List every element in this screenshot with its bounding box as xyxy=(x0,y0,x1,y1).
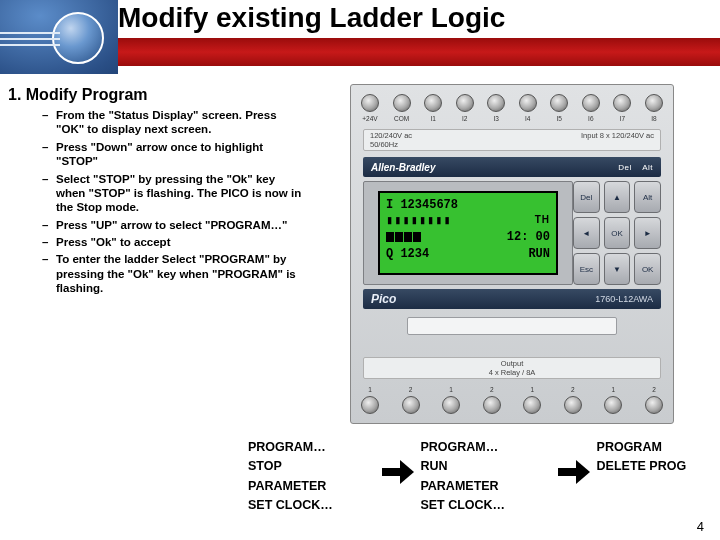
menu-item: DELETE PROG xyxy=(597,457,710,476)
list-item: Press "Ok" to accept xyxy=(42,235,302,249)
menu-item: SET CLOCK… xyxy=(420,496,558,515)
model-name: Pico xyxy=(371,292,396,306)
menu-sequence: PROGRAM… STOP PARAMETER SET CLOCK… PROGR… xyxy=(248,438,710,516)
menu-item: PROGRAM… xyxy=(420,438,558,457)
menu-item: SET CLOCK… xyxy=(248,496,382,515)
lcd-screen: I 12345678 ▮▮▮▮▮▮▮▮TH 12: 00 Q 1234RUN xyxy=(378,191,558,275)
list-item: From the "Status Display" screen. Press … xyxy=(42,108,302,137)
arrow-right-icon xyxy=(382,460,414,484)
list-item: To enter the ladder Select "PROGRAM" by … xyxy=(42,252,302,295)
section-heading: 1. Modify Program xyxy=(8,86,148,104)
page-number: 4 xyxy=(697,519,704,534)
list-item: Press "Down" arrow once to highlight "ST… xyxy=(42,140,302,169)
menu-item: STOP xyxy=(248,457,382,476)
model-number: 1760-L12AWA xyxy=(595,294,653,304)
menu-item: PARAMETER xyxy=(248,477,382,496)
arrow-right-icon xyxy=(558,460,590,484)
menu-column-1: PROGRAM… STOP PARAMETER SET CLOCK… xyxy=(248,438,382,516)
menu-column-2: PROGRAM… RUN PARAMETER SET CLOCK… xyxy=(420,438,558,516)
brand-label: Allen-Bradley xyxy=(371,162,435,173)
menu-item: PROGRAM… xyxy=(248,438,382,457)
menu-item: PARAMETER xyxy=(420,477,558,496)
list-item: Press "UP" arrow to select "PROGRAM…" xyxy=(42,218,302,232)
device-keypad: Del ▲ Alt ◄ OK ► Esc ▼ OK xyxy=(573,181,661,285)
page-title: Modify existing Ladder Logic xyxy=(118,2,505,34)
menu-column-3: PROGRAM DELETE PROG xyxy=(597,438,710,477)
plc-device-image: +24V COM I1 I2 I3 I4 I5 I6 I7 I8 120/240… xyxy=(350,84,674,424)
menu-item: RUN xyxy=(420,457,558,476)
instruction-list: From the "Status Display" screen. Press … xyxy=(42,108,302,299)
list-item: Select "STOP" by pressing the "Ok" key w… xyxy=(42,172,302,215)
menu-item: PROGRAM xyxy=(597,438,710,457)
